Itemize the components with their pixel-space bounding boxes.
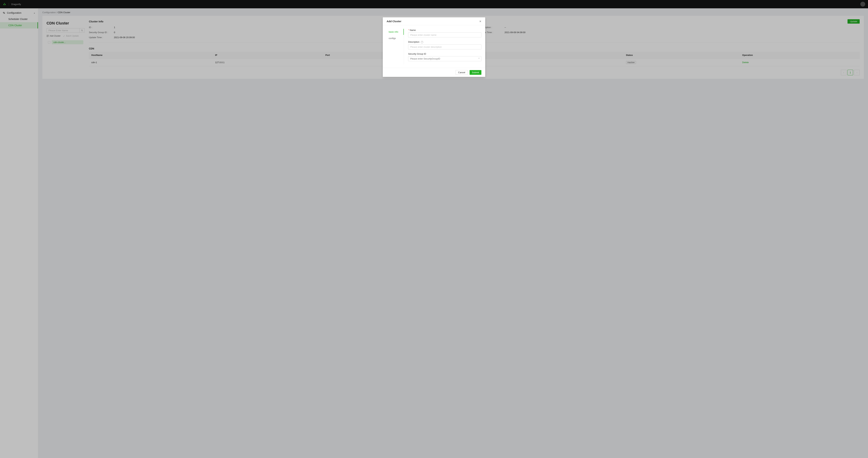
security-group-select[interactable]	[408, 56, 482, 61]
close-icon[interactable]: ✕	[479, 20, 482, 23]
name-field-label: *Name	[408, 29, 482, 31]
name-input[interactable]	[408, 32, 482, 37]
add-cluster-modal: Add Cluster ✕ basic info configs *Name D…	[383, 18, 485, 77]
description-field-label: Description ?	[408, 41, 482, 43]
cancel-button[interactable]: Cancel	[456, 70, 468, 75]
modal-title: Add Cluster	[386, 20, 401, 23]
description-input[interactable]	[408, 44, 482, 50]
modal-form: *Name Description ? Security Group ID	[408, 29, 482, 64]
security-group-field-label: Security Group ID	[408, 53, 482, 55]
tab-configs[interactable]: configs	[386, 35, 404, 41]
submit-button[interactable]: Submit	[470, 70, 482, 75]
modal-side-tabs: basic info configs	[386, 29, 404, 64]
tab-basic-info[interactable]: basic info	[386, 29, 404, 35]
required-mark: *	[408, 29, 409, 31]
info-icon[interactable]: ?	[421, 41, 423, 43]
